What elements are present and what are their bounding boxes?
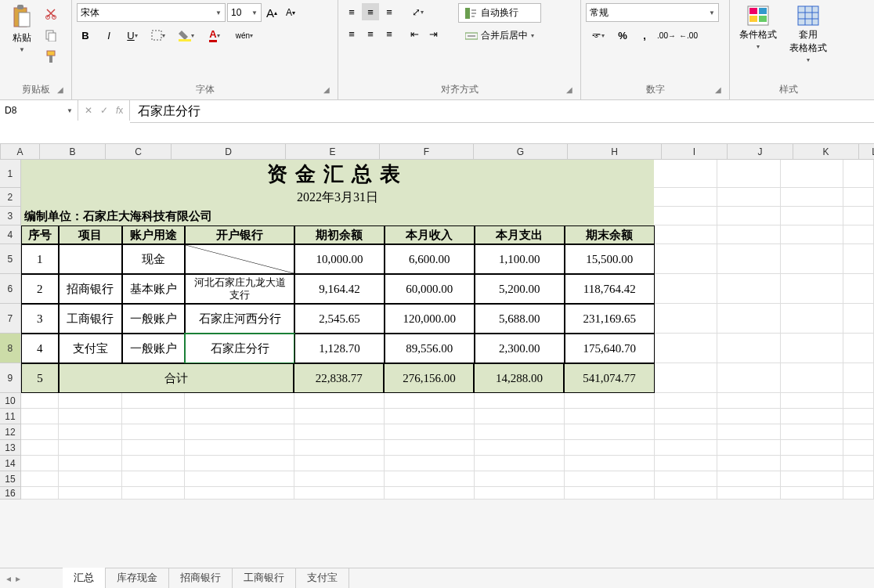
cell[interactable] <box>185 471 294 487</box>
cell[interactable]: 一般账户 <box>122 304 186 334</box>
cell[interactable]: 120,000.00 <box>385 304 475 334</box>
fx-icon[interactable]: fx <box>116 105 123 116</box>
cell[interactable] <box>655 393 718 409</box>
cell[interactable] <box>843 244 874 274</box>
cell[interactable] <box>781 244 844 274</box>
cell[interactable] <box>385 456 475 471</box>
cell[interactable] <box>717 424 781 440</box>
cell[interactable] <box>21 424 59 440</box>
row-header-15[interactable]: 15 <box>0 471 21 487</box>
cell[interactable] <box>655 409 718 424</box>
cell[interactable] <box>565 440 655 456</box>
cell[interactable]: 支付宝 <box>59 334 122 363</box>
cell[interactable] <box>843 409 874 424</box>
cell[interactable]: 60,000.00 <box>385 274 475 304</box>
cell[interactable] <box>475 440 565 456</box>
cell[interactable] <box>122 424 186 440</box>
cell[interactable] <box>475 393 565 409</box>
cell[interactable]: 账户用途 <box>122 225 186 244</box>
cell[interactable] <box>294 440 385 456</box>
merge-center-button[interactable]: 合并后居中▾ <box>458 26 541 45</box>
cell[interactable] <box>654 160 717 188</box>
cell[interactable] <box>781 334 844 363</box>
row-header-12[interactable]: 12 <box>0 424 21 440</box>
row-header-5[interactable]: 5 <box>0 244 21 274</box>
decrease-font-button[interactable]: A▾ <box>282 4 299 21</box>
col-header-B[interactable]: B <box>40 144 106 160</box>
cell[interactable]: 2 <box>21 274 59 304</box>
cell[interactable] <box>843 334 874 363</box>
cell[interactable] <box>185 393 294 409</box>
cell[interactable]: 招商银行 <box>59 274 122 304</box>
align-bottom-button[interactable]: ≡ <box>381 3 398 20</box>
cell[interactable] <box>717 207 781 225</box>
row-header-8[interactable]: 8 <box>0 334 21 363</box>
cell[interactable]: 期初余额 <box>294 225 385 244</box>
cell[interactable] <box>781 188 844 207</box>
sheet-date[interactable]: 2022年3月31日 <box>21 188 654 207</box>
font-color-button[interactable]: A▾ <box>204 27 226 44</box>
cell[interactable]: 2,300.00 <box>475 334 565 363</box>
cell[interactable] <box>655 244 718 274</box>
row-header-7[interactable]: 7 <box>0 304 21 334</box>
cell[interactable] <box>654 188 717 207</box>
row-header-3[interactable]: 3 <box>0 207 21 225</box>
col-header-F[interactable]: F <box>380 144 474 160</box>
align-center-button[interactable]: ≡ <box>362 25 379 42</box>
cell[interactable] <box>655 471 718 487</box>
cell[interactable] <box>781 471 844 487</box>
cell[interactable] <box>122 409 186 424</box>
cell[interactable] <box>655 440 718 456</box>
cell[interactable] <box>781 207 844 225</box>
cell[interactable] <box>655 487 718 500</box>
cell[interactable] <box>565 487 655 500</box>
cell[interactable] <box>717 363 781 393</box>
clipboard-dialog-icon[interactable]: ◢ <box>57 85 68 96</box>
pinyin-button[interactable]: wén▾ <box>232 27 257 44</box>
cell[interactable] <box>385 487 475 500</box>
font-family-combo[interactable]: 宋体▼ <box>77 3 226 22</box>
cell[interactable] <box>843 304 874 334</box>
cell[interactable]: 14,288.00 <box>474 363 564 393</box>
cell[interactable] <box>717 393 781 409</box>
cell[interactable] <box>294 456 385 471</box>
cell[interactable] <box>717 244 781 274</box>
cell[interactable]: 河北石家庄九龙大道支行 <box>185 274 294 304</box>
comma-button[interactable]: , <box>636 27 653 44</box>
paste-button[interactable]: 粘贴 ▼ <box>5 3 39 55</box>
cell[interactable] <box>565 409 655 424</box>
cell[interactable]: 9,164.42 <box>294 274 385 304</box>
cell[interactable]: 175,640.70 <box>565 334 655 363</box>
row-header-16[interactable]: 16 <box>0 487 21 500</box>
col-header-D[interactable]: D <box>172 144 286 160</box>
cell[interactable] <box>59 471 122 487</box>
font-dialog-icon[interactable]: ◢ <box>323 85 334 96</box>
cell[interactable]: 5,200.00 <box>475 274 565 304</box>
cell[interactable] <box>294 471 385 487</box>
col-header-K[interactable]: K <box>793 144 859 160</box>
cell[interactable] <box>565 456 655 471</box>
cell[interactable]: 89,556.00 <box>385 334 475 363</box>
cell[interactable] <box>843 456 874 471</box>
cell[interactable] <box>475 456 565 471</box>
copy-button[interactable] <box>42 27 60 44</box>
cell[interactable] <box>781 363 844 393</box>
formula-input[interactable]: 石家庄分行 <box>130 100 874 123</box>
wrap-text-button[interactable]: 自动换行 <box>458 3 541 23</box>
cell[interactable] <box>717 225 781 244</box>
cell[interactable] <box>122 440 186 456</box>
cell[interactable] <box>59 456 122 471</box>
cell[interactable] <box>21 487 59 500</box>
cell[interactable] <box>655 456 718 471</box>
cell[interactable] <box>781 409 844 424</box>
cell[interactable] <box>781 456 844 471</box>
cell[interactable]: 项目 <box>59 225 122 244</box>
decrease-decimal-button[interactable]: ←.00 <box>680 27 697 44</box>
number-dialog-icon[interactable]: ◢ <box>715 85 726 96</box>
cell[interactable] <box>717 274 781 304</box>
cell[interactable] <box>843 225 874 244</box>
cell[interactable]: 10,000.00 <box>294 244 385 274</box>
cell[interactable] <box>565 424 655 440</box>
col-header-H[interactable]: H <box>568 144 662 160</box>
cell[interactable] <box>385 409 475 424</box>
